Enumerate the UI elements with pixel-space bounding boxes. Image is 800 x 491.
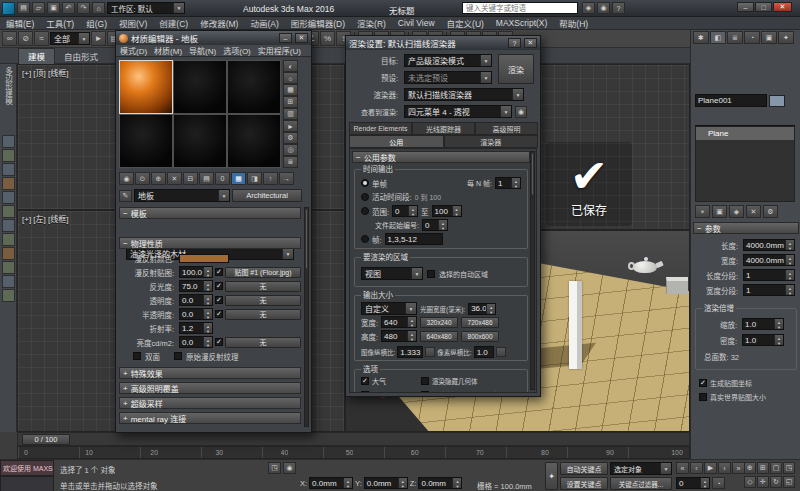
workspace-dropdown[interactable]: 工作区: 默认 bbox=[107, 2, 185, 14]
new-scene-icon[interactable]: ▤ bbox=[17, 2, 30, 14]
tab-render-elements[interactable]: Render Elements bbox=[349, 122, 412, 135]
window-minimize-button[interactable]: – bbox=[737, 2, 754, 12]
selection-set-dropdown[interactable]: 选定对象 bbox=[610, 462, 672, 475]
material-map-navigator-icon[interactable]: ≣ bbox=[283, 156, 298, 168]
undo-icon[interactable]: ↶ bbox=[62, 2, 75, 14]
next-frame-icon[interactable]: › bbox=[718, 462, 731, 474]
assign-to-selection-icon[interactable]: ⊕ bbox=[151, 172, 166, 185]
object-color-swatch[interactable] bbox=[769, 95, 785, 107]
current-frame-field[interactable]: 0 bbox=[676, 477, 710, 489]
width-field[interactable]: 4000.0mm bbox=[743, 254, 795, 266]
previous-frame-icon[interactable]: ‹ bbox=[690, 462, 703, 474]
atmosphere-checkbox[interactable] bbox=[361, 377, 369, 385]
menu-create[interactable]: 创建(C) bbox=[153, 17, 194, 30]
x-coordinate-field[interactable]: 0.0mm bbox=[309, 477, 353, 489]
poly-tool-icon[interactable] bbox=[2, 275, 15, 288]
time-slider-handle[interactable]: 0 / 100 bbox=[22, 434, 70, 445]
render-button[interactable]: 渲染 bbox=[498, 54, 534, 84]
material-sample-slot[interactable] bbox=[227, 60, 281, 114]
size-preset-720x486-button[interactable]: 720x486 bbox=[461, 317, 499, 328]
pixel-aspect-field[interactable]: 1.0 bbox=[474, 346, 494, 358]
menu-maxscript[interactable]: MAXScript(X) bbox=[490, 17, 553, 30]
me-menu-options[interactable]: 选项(O) bbox=[223, 45, 251, 56]
tab-renderer[interactable]: 渲染器 bbox=[444, 135, 539, 148]
preset-dropdown[interactable]: 未选定预设 bbox=[404, 71, 492, 84]
special-effects-rollout-header[interactable]: 特殊效果 bbox=[119, 367, 301, 379]
remove-modifier-icon[interactable]: ✕ bbox=[746, 205, 761, 218]
me-menu-utilities[interactable]: 实用程序(U) bbox=[258, 45, 301, 56]
ior-field[interactable]: 1.2 bbox=[179, 322, 213, 334]
range-to-field[interactable]: 100 bbox=[432, 205, 462, 217]
bind-to-space-warp-icon[interactable]: ≈ bbox=[34, 31, 49, 46]
luminance-field[interactable]: 0.0 bbox=[179, 336, 213, 348]
render-setup-scrollbar[interactable] bbox=[530, 151, 535, 390]
single-frame-radio[interactable] bbox=[361, 179, 369, 187]
material-type-button[interactable]: Architectural bbox=[232, 189, 302, 202]
transparency-map-checkbox[interactable] bbox=[215, 296, 223, 304]
go-forward-to-sibling-icon[interactable]: → bbox=[279, 172, 294, 185]
3dsmax-logo-icon[interactable] bbox=[2, 2, 15, 15]
tab-raytracer[interactable]: 光线跟踪器 bbox=[412, 122, 475, 135]
window-close-button[interactable]: ✕ bbox=[773, 2, 792, 12]
menu-tools[interactable]: 工具(T) bbox=[40, 17, 80, 30]
modifier-stack[interactable]: Plane bbox=[695, 126, 795, 202]
select-object-icon[interactable]: ► bbox=[91, 31, 106, 46]
image-aspect-lock-button[interactable] bbox=[425, 347, 435, 357]
menu-customize[interactable]: 自定义(U) bbox=[441, 17, 490, 30]
pick-material-from-object-icon[interactable]: ✎ bbox=[119, 190, 132, 202]
menu-rendering[interactable]: 渲染(R) bbox=[351, 17, 392, 30]
render-setup-close-button[interactable]: ✕ bbox=[524, 38, 537, 48]
track-bar[interactable]: 0 10 20 30 40 50 60 70 80 90 100 bbox=[17, 446, 690, 459]
open-file-icon[interactable]: ▱ bbox=[32, 2, 45, 14]
sample-type-icon[interactable]: ◐ bbox=[283, 60, 298, 72]
lock-view-icon[interactable]: ◉ bbox=[515, 106, 527, 118]
material-editor-minimize-button[interactable]: – bbox=[279, 33, 292, 43]
help-icon[interactable]: ? bbox=[612, 2, 625, 14]
frames-radio[interactable] bbox=[361, 235, 369, 243]
selection-lock-toggle-icon[interactable]: ◉ bbox=[283, 462, 296, 474]
translucency-field[interactable]: 0.0 bbox=[179, 308, 213, 320]
zoom-extents-all-icon[interactable]: ◳ bbox=[783, 462, 795, 474]
poly-tool-icon[interactable] bbox=[2, 247, 15, 260]
make-preview-icon[interactable]: ► bbox=[283, 120, 298, 132]
get-material-icon[interactable]: ◉ bbox=[119, 172, 134, 185]
display-tab-icon[interactable]: ▣ bbox=[761, 31, 777, 44]
utilities-tab-icon[interactable]: ✦ bbox=[778, 31, 794, 44]
poly-tool-icon[interactable] bbox=[2, 219, 15, 232]
area-to-render-dropdown[interactable]: 视图 bbox=[361, 267, 423, 280]
pin-stack-icon[interactable]: ⌖ bbox=[695, 205, 710, 218]
poly-tool-icon[interactable] bbox=[2, 135, 15, 148]
density-field[interactable]: 1.0 bbox=[742, 334, 784, 346]
two-sided-checkbox[interactable] bbox=[133, 352, 141, 360]
translucency-map-button[interactable]: 无 bbox=[225, 309, 301, 320]
poly-tool-icon[interactable] bbox=[2, 261, 15, 274]
luminance-map-button[interactable]: 无 bbox=[225, 337, 301, 348]
pixel-aspect-lock-button[interactable] bbox=[496, 347, 506, 357]
common-parameters-rollout-header[interactable]: 公用参数 bbox=[352, 151, 530, 163]
viewport-label-left[interactable]: [+] [左] [线框] bbox=[22, 213, 68, 224]
supersampling-rollout-header[interactable]: 超级采样 bbox=[119, 397, 301, 409]
ribbon-tab-modeling[interactable]: 建模 bbox=[18, 48, 55, 64]
me-menu-navigation[interactable]: 导航(N) bbox=[189, 45, 216, 56]
transparency-map-button[interactable]: 无 bbox=[225, 295, 301, 306]
time-slider-bar[interactable]: 0 / 100 bbox=[17, 432, 690, 446]
hierarchy-tab-icon[interactable]: ≣ bbox=[727, 31, 743, 44]
put-to-scene-icon[interactable]: ⊙ bbox=[135, 172, 150, 185]
poly-tool-icon[interactable] bbox=[2, 205, 15, 218]
ribbon-tab-freeform[interactable]: 自由形式 bbox=[55, 48, 107, 64]
material-editor-scrollbar[interactable] bbox=[304, 207, 309, 427]
search-icon[interactable]: ◈ bbox=[582, 2, 595, 14]
backlight-icon[interactable]: ☼ bbox=[283, 72, 298, 84]
width-segs-field[interactable]: 1 bbox=[743, 284, 795, 296]
reset-map-icon[interactable]: ✕ bbox=[167, 172, 182, 185]
material-sample-slot[interactable] bbox=[119, 114, 173, 168]
menu-modifiers[interactable]: 修改器(M) bbox=[194, 17, 244, 30]
viewport-label-top[interactable]: [+] [顶] [线框] bbox=[22, 67, 68, 78]
configure-modifier-sets-icon[interactable]: ⚙ bbox=[763, 205, 778, 218]
output-height-field[interactable]: 480 bbox=[381, 330, 417, 342]
video-color-check-icon[interactable]: ▥ bbox=[283, 108, 298, 120]
poly-tool-icon[interactable] bbox=[2, 177, 15, 190]
modify-tab-icon[interactable]: ◧ bbox=[710, 31, 726, 44]
options-icon[interactable]: ⚙ bbox=[283, 132, 298, 144]
shininess-map-button[interactable]: 无 bbox=[225, 281, 301, 292]
